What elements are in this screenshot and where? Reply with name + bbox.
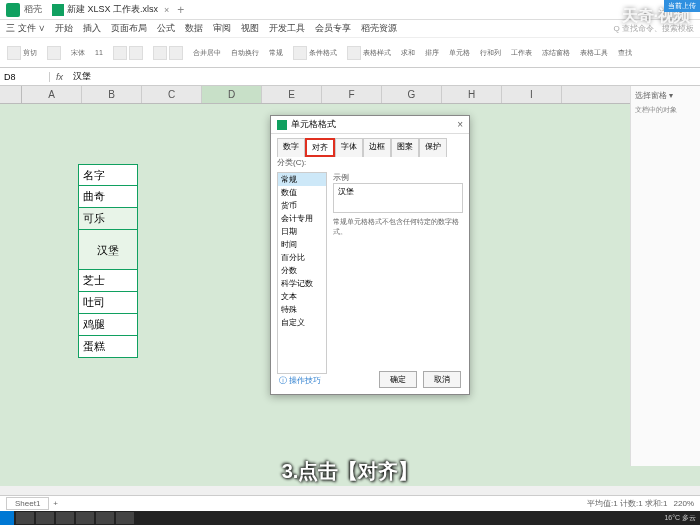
col-H[interactable]: H [442,86,502,103]
taskbar-item[interactable] [36,512,54,524]
dialog-close-icon[interactable]: × [457,119,463,130]
menu-resources[interactable]: 稻壳资源 [361,22,397,35]
menu-devtools[interactable]: 开发工具 [269,22,305,35]
col-B[interactable]: B [82,86,142,103]
cut-icon[interactable] [7,46,21,60]
align-icon[interactable] [153,46,167,60]
taskbar-item[interactable] [116,512,134,524]
cell[interactable]: 可乐 [78,208,138,230]
taskbar-item[interactable] [16,512,34,524]
col-I[interactable]: I [502,86,562,103]
category-label: 分类(C): [271,157,469,168]
cat-number[interactable]: 数值 [278,186,326,199]
system-tray[interactable]: 16°C 多云 [664,513,700,523]
app-name: 稻壳 [24,3,42,16]
selected-cell[interactable]: 汉堡 [78,230,138,270]
menu-formula[interactable]: 公式 [157,22,175,35]
cat-fraction[interactable]: 分数 [278,264,326,277]
cat-special[interactable]: 特殊 [278,303,326,316]
tab-number[interactable]: 数字 [277,138,305,157]
app-logo-icon [6,3,20,17]
category-list[interactable]: 常规 数值 货币 会计专用 日期 时间 百分比 分数 科学记数 文本 特殊 自定… [277,172,327,374]
new-tab-button[interactable]: + [177,3,184,17]
status-metrics: 平均值:1 计数:1 求和:1 [587,498,667,509]
cat-scientific[interactable]: 科学记数 [278,277,326,290]
upload-badge[interactable]: 当前上传 [664,0,700,12]
document-icon [52,4,64,16]
merge-icon[interactable] [169,46,183,60]
italic-icon[interactable] [129,46,143,60]
tab-close-icon[interactable]: × [164,5,169,15]
cell[interactable]: 芝士 [78,270,138,292]
col-G[interactable]: G [382,86,442,103]
dialog-titlebar: 单元格格式 × [271,116,469,134]
status-bar: Sheet1 + 平均值:1 计数:1 求和:1 220% [0,495,700,511]
cell-format-dialog: 单元格格式 × 数字 对齐 字体 边框 图案 保护 分类(C): 常规 数值 货… [270,115,470,395]
taskbar-item[interactable] [96,512,114,524]
menu-vip[interactable]: 会员专享 [315,22,351,35]
menu-layout[interactable]: 页面布局 [111,22,147,35]
zoom-level[interactable]: 220% [674,499,694,508]
cat-general[interactable]: 常规 [278,173,326,186]
menubar: 三 文件 ∨ 开始 插入 页面布局 公式 数据 审阅 视图 开发工具 会员专享 … [0,20,700,38]
ok-button[interactable]: 确定 [379,371,417,388]
preview-box: 汉堡 [333,183,463,213]
cat-date[interactable]: 日期 [278,225,326,238]
cell-header[interactable]: 名字 [78,164,138,186]
cell[interactable]: 蛋糕 [78,336,138,358]
menu-file[interactable]: 三 文件 ∨ [6,22,45,35]
sidepanel-title[interactable]: 选择窗格 ▾ [635,90,696,101]
cell[interactable]: 鸡腿 [78,314,138,336]
col-F[interactable]: F [322,86,382,103]
cell[interactable]: 吐司 [78,292,138,314]
ribbon: 剪切 宋体 11 合并居中 自动换行 常规 条件格式 表格样式 求和 排序 单元… [0,38,700,68]
cell[interactable]: 曲奇 [78,186,138,208]
preview-area: 示例 汉堡 常规单元格格式不包含任何特定的数字格式。 [333,172,463,374]
preview-desc: 常规单元格格式不包含任何特定的数字格式。 [333,217,463,237]
column-headers: A B C D E F G H I [0,86,700,104]
bold-icon[interactable] [113,46,127,60]
sidepanel-text: 文档中的对象 [635,105,696,115]
cat-custom[interactable]: 自定义 [278,316,326,329]
tab-border[interactable]: 边框 [363,138,391,157]
cat-text[interactable]: 文本 [278,290,326,303]
cat-time[interactable]: 时间 [278,238,326,251]
cond-format-icon[interactable] [293,46,307,60]
add-sheet-button[interactable]: + [53,499,58,508]
tutorial-caption: 3.点击【对齐】 [0,458,700,485]
cat-percent[interactable]: 百分比 [278,251,326,264]
tab-protect[interactable]: 保护 [419,138,447,157]
cat-currency[interactable]: 货币 [278,199,326,212]
tab-font[interactable]: 字体 [335,138,363,157]
copy-icon[interactable] [47,46,61,60]
side-panel: 选择窗格 ▾ 文档中的对象 [630,86,700,466]
titlebar: 稻壳 新建 XLSX 工作表.xlsx × + — □ × [0,0,700,20]
name-box[interactable]: D8 [0,72,50,82]
menu-home[interactable]: 开始 [55,22,73,35]
menu-data[interactable]: 数据 [185,22,203,35]
cancel-button[interactable]: 取消 [423,371,461,388]
menu-review[interactable]: 审阅 [213,22,231,35]
col-D[interactable]: D [202,86,262,103]
start-button[interactable] [0,511,14,525]
sheet-tab[interactable]: Sheet1 [6,497,49,510]
preview-label: 示例 [333,172,463,183]
col-A[interactable]: A [22,86,82,103]
tab-pattern[interactable]: 图案 [391,138,419,157]
col-C[interactable]: C [142,86,202,103]
taskbar: 16°C 多云 [0,511,700,525]
col-E[interactable]: E [262,86,322,103]
menu-view[interactable]: 视图 [241,22,259,35]
cat-accounting[interactable]: 会计专用 [278,212,326,225]
formula-content[interactable]: 汉堡 [69,70,95,83]
fx-icon[interactable]: fx [50,72,69,82]
document-name[interactable]: 新建 XLSX 工作表.xlsx [67,3,158,16]
select-all-corner[interactable] [0,86,22,103]
tips-link[interactable]: ⓘ 操作技巧 [279,375,321,386]
menu-insert[interactable]: 插入 [83,22,101,35]
taskbar-item[interactable] [76,512,94,524]
tab-alignment[interactable]: 对齐 [305,138,335,157]
dialog-title: 单元格格式 [291,118,336,131]
taskbar-item[interactable] [56,512,74,524]
table-style-icon[interactable] [347,46,361,60]
